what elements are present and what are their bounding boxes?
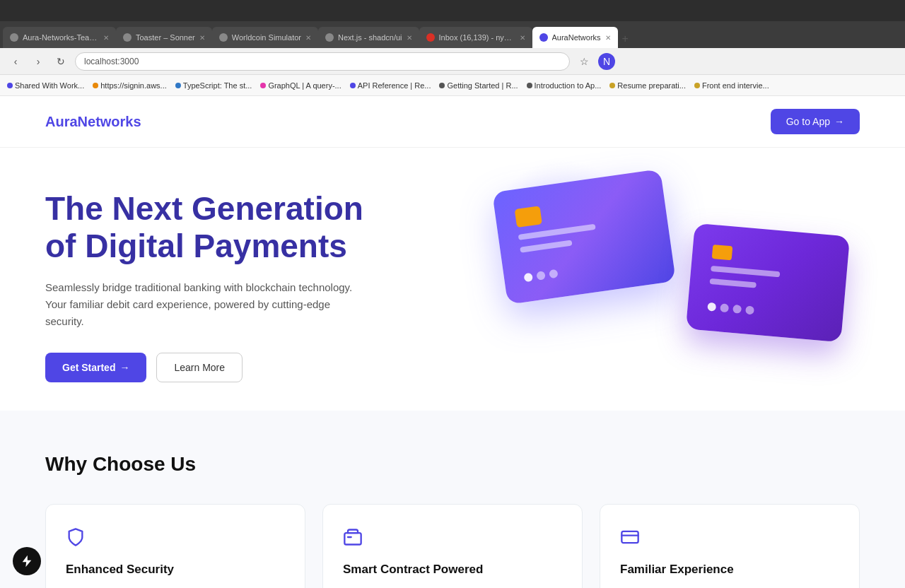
forward-button[interactable]: ›: [30, 53, 47, 70]
card-dots-secondary: [707, 302, 823, 321]
tab-favicon-4: [325, 33, 334, 42]
feature-card-familiar: Familiar Experience Use it just like you…: [600, 504, 860, 588]
card-dot-7: [745, 305, 754, 314]
features-title: Why Choose Us: [45, 453, 860, 476]
tab-close-3[interactable]: ✕: [305, 34, 311, 42]
bookmark-2[interactable]: TypeScript: The st...: [175, 81, 252, 90]
card-chip-secondary: [712, 245, 733, 260]
tab-close-2[interactable]: ✕: [199, 34, 205, 42]
refresh-button[interactable]: ↻: [52, 53, 69, 70]
profile-button[interactable]: N: [598, 53, 615, 70]
bookmark-label-1: https://signin.aws...: [100, 81, 167, 90]
bookmark-label-0: Shared With Work...: [15, 81, 84, 90]
bookmark-dot-5: [439, 83, 445, 88]
hero-actions: Get Started → Learn More: [45, 353, 399, 382]
browser-tabs: Aura-Networks-Team-Bytes ✕ Toaster – Son…: [0, 21, 905, 48]
bookmark-7[interactable]: Resume preparati...: [609, 81, 686, 90]
bookmark-3[interactable]: GraphQL | A query-...: [260, 81, 341, 90]
card-dot-4: [707, 302, 716, 312]
bookmark-4[interactable]: API Reference | Re...: [350, 81, 431, 90]
browser-tab-1[interactable]: Aura-Networks-Team-Bytes ✕: [3, 27, 116, 48]
card-line-1: [518, 223, 596, 240]
nav-logo: AuraNetworks: [45, 114, 141, 130]
browser-tab-4[interactable]: Next.js - shadcn/ui ✕: [318, 27, 419, 48]
credit-card-icon: [620, 527, 839, 550]
learn-more-button[interactable]: Learn More: [156, 353, 243, 382]
bookmarks-bar: Shared With Work... https://signin.aws..…: [0, 75, 905, 96]
hero-card-visuals: [436, 159, 860, 399]
tab-close-1[interactable]: ✕: [103, 34, 109, 42]
bookmark-dot-3: [260, 83, 266, 88]
bookmark-label-8: Front end intervie...: [702, 81, 769, 90]
learn-more-label: Learn More: [174, 362, 225, 373]
bolt-fab-button[interactable]: [13, 547, 41, 575]
bookmark-0[interactable]: Shared With Work...: [7, 81, 84, 90]
feature-title-smart-contract: Smart Contract Powered: [343, 563, 562, 577]
bookmark-dot-7: [609, 83, 615, 88]
card-line-4: [710, 278, 757, 288]
bookmark-dot-8: [694, 83, 700, 88]
card-line-2: [520, 240, 572, 252]
browser-toolbar: ‹ › ↻ localhost:3000 ☆ N: [0, 48, 905, 75]
bookmark-label-3: GraphQL | A query-...: [268, 81, 341, 90]
bookmark-label-6: Introduction to Ap...: [535, 81, 602, 90]
hero-title: The Next Generation of Digital Payments: [45, 190, 399, 265]
page-content: AuraNetworks Go to App → The Next Genera…: [0, 96, 905, 588]
tab-label-5: Inbox (16,139) - nyd44533@: [439, 33, 515, 42]
feature-title-familiar: Familiar Experience: [620, 563, 839, 577]
bookmark-button[interactable]: ☆: [576, 53, 592, 70]
go-to-app-label: Go to App: [786, 116, 830, 127]
browser-tab-6[interactable]: AuraNetworks ✕: [532, 27, 618, 48]
feature-card-security: Enhanced Security Protected by Lit Proto…: [45, 504, 305, 588]
tab-close-4[interactable]: ✕: [407, 34, 412, 42]
browser-chrome: [0, 0, 905, 21]
browser-tab-2[interactable]: Toaster – Sonner ✕: [116, 27, 212, 48]
get-started-arrow: →: [119, 362, 129, 373]
feature-desc-security: Protected by Lit Protocol PKP and WorldC…: [66, 585, 285, 588]
browser-tab-5[interactable]: Inbox (16,139) - nyd44533@ ✕: [419, 27, 532, 48]
bookmark-label-2: TypeScript: The st...: [183, 81, 252, 90]
get-started-label: Get Started: [62, 362, 115, 373]
card-visual-secondary: [686, 223, 850, 343]
svg-rect-0: [344, 533, 361, 544]
go-to-app-arrow: →: [834, 116, 844, 127]
tab-label-2: Toaster – Sonner: [136, 33, 195, 42]
tab-close-5[interactable]: ✕: [520, 34, 525, 42]
new-tab-button[interactable]: +: [618, 33, 633, 45]
tab-favicon-1: [10, 33, 18, 42]
bookmark-8[interactable]: Front end intervie...: [694, 81, 769, 90]
address-bar[interactable]: localhost:3000: [75, 52, 570, 71]
feature-title-security: Enhanced Security: [66, 563, 285, 577]
browser-tab-3[interactable]: Worldcoin Simulator ✕: [212, 27, 318, 48]
card-dot-3: [549, 269, 559, 279]
feature-desc-smart-contract: Efficient fund management through smart …: [343, 585, 562, 588]
go-to-app-button[interactable]: Go to App →: [771, 109, 860, 134]
svg-rect-2: [621, 531, 638, 543]
card-chip-main: [515, 206, 542, 228]
bookmark-1[interactable]: https://signin.aws...: [93, 81, 167, 90]
card-dot-6: [732, 305, 742, 314]
get-started-button[interactable]: Get Started →: [45, 353, 146, 382]
navbar: AuraNetworks Go to App →: [0, 96, 905, 148]
bookmark-6[interactable]: Introduction to Ap...: [527, 81, 602, 90]
card-stack-icon: [343, 527, 562, 550]
tab-label-6: AuraNetworks: [552, 33, 601, 42]
bookmark-5[interactable]: Getting Started | R...: [439, 81, 518, 90]
shield-icon: [66, 527, 285, 550]
back-button[interactable]: ‹: [7, 53, 24, 70]
bookmark-label-5: Getting Started | R...: [447, 81, 518, 90]
features-grid: Enhanced Security Protected by Lit Proto…: [45, 504, 860, 588]
tab-favicon-2: [123, 33, 132, 42]
feature-desc-familiar: Use it just like your regular debit card…: [620, 585, 839, 588]
bookmark-dot-6: [527, 83, 532, 88]
bookmark-dot-0: [7, 83, 13, 88]
tab-favicon-5: [426, 33, 435, 42]
tab-close-6[interactable]: ✕: [605, 34, 611, 42]
feature-card-smart-contract: Smart Contract Powered Efficient fund ma…: [322, 504, 583, 588]
address-text: localhost:3000: [84, 57, 139, 66]
card-line-3: [711, 266, 781, 278]
bookmark-dot-2: [175, 83, 181, 88]
bookmark-label-7: Resume preparati...: [617, 81, 686, 90]
hero-section: The Next Generation of Digital Payments …: [0, 148, 905, 411]
card-dots-main: [523, 256, 653, 282]
